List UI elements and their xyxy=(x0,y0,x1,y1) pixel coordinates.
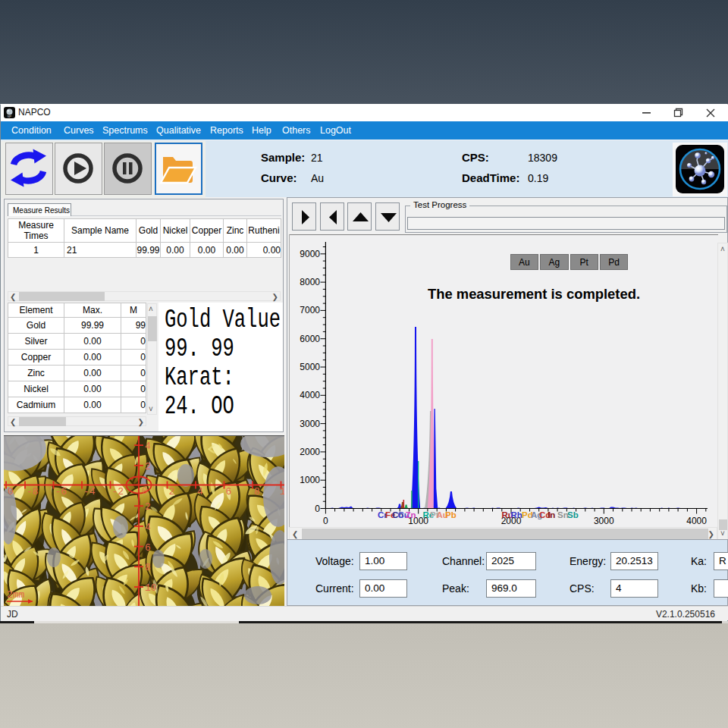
svg-text:Pb: Pb xyxy=(445,510,457,519)
svg-text:0: 0 xyxy=(315,504,320,514)
svg-text:5000: 5000 xyxy=(300,362,320,372)
svg-text:2: 2 xyxy=(169,486,175,497)
svg-text:0: 0 xyxy=(8,486,14,497)
svg-text:2: 2 xyxy=(145,461,151,472)
svg-text:-2: -2 xyxy=(112,486,124,497)
svg-text:0: 0 xyxy=(142,485,148,497)
svg-text:6: 6 xyxy=(226,486,232,497)
svg-text:2000: 2000 xyxy=(300,447,320,457)
svg-text:The measurement is completed.: The measurement is completed. xyxy=(428,286,640,302)
svg-text:6: 6 xyxy=(145,542,151,554)
svg-text:4000: 4000 xyxy=(686,516,707,526)
svg-text:9000: 9000 xyxy=(300,249,320,259)
svg-text:1: 1 xyxy=(280,486,284,497)
svg-text:0: 0 xyxy=(323,516,328,526)
svg-text:In: In xyxy=(548,510,555,519)
svg-text:8000: 8000 xyxy=(300,277,320,287)
svg-text:4: 4 xyxy=(197,486,203,497)
svg-text:Rh: Rh xyxy=(511,510,522,519)
svg-text:8: 8 xyxy=(145,562,151,573)
svg-text:3000: 3000 xyxy=(594,516,614,526)
svg-text:4: 4 xyxy=(145,441,151,452)
svg-text:Sb: Sb xyxy=(567,510,579,519)
svg-text:10: 10 xyxy=(145,582,157,594)
svg-text:7000: 7000 xyxy=(300,305,320,315)
svg-text:2: 2 xyxy=(145,501,151,513)
svg-text:6000: 6000 xyxy=(300,334,320,344)
svg-text:8: 8 xyxy=(254,486,260,497)
svg-text:4: 4 xyxy=(145,522,151,533)
svg-text:-6: -6 xyxy=(55,486,67,497)
svg-text:2mm: 2mm xyxy=(7,589,25,601)
svg-text:4000: 4000 xyxy=(300,390,320,400)
svg-text:NP: NP xyxy=(8,115,12,118)
svg-text:3000: 3000 xyxy=(300,419,320,429)
svg-text:1000: 1000 xyxy=(300,475,320,485)
svg-text:Zn: Zn xyxy=(406,510,416,519)
svg-text:-4: -4 xyxy=(83,486,96,497)
svg-text:-8: -8 xyxy=(27,486,39,497)
